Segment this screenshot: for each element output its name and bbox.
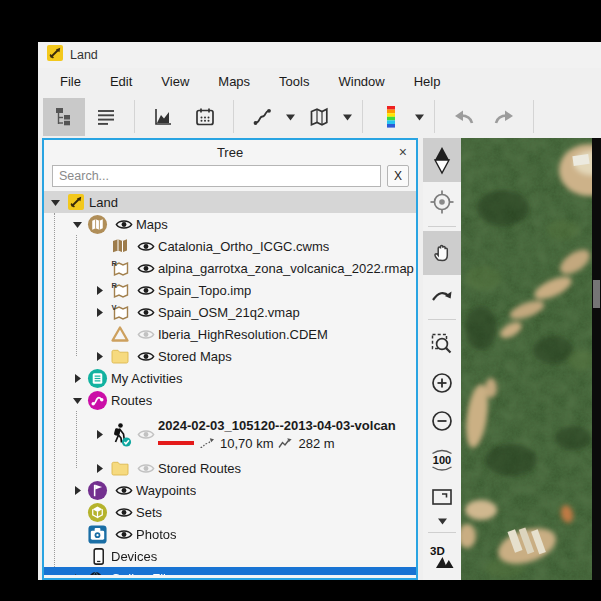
expander-icon[interactable] [92,285,106,296]
visibility-eye-icon[interactable] [133,351,158,362]
tree-item-waypoints[interactable]: Waypoints [44,479,416,501]
route-elevation: 282 m [298,436,334,451]
map-scrollbar[interactable] [592,138,601,580]
tree-item-online-files[interactable]: Online Files [44,567,416,575]
tree-item-iberia-highresolution-cdem[interactable]: Iberia_HighResolution.CDEM [44,323,416,345]
menu-window[interactable]: Window [338,74,384,89]
tree-item-stored-maps[interactable]: Stored Maps [44,345,416,367]
eye-on-icon [137,285,155,296]
visibility-eye-icon[interactable] [133,285,158,296]
expander-right-icon [94,429,105,440]
eye-on-icon [115,219,133,230]
tree-panel-header[interactable]: Tree × [44,140,416,164]
svg-text:V: V [111,303,116,312]
expander-icon[interactable] [70,219,84,230]
tree-item-label: Catalonia_Ortho_ICGC.cwms [158,239,329,254]
visibility-eye-icon[interactable] [111,219,136,230]
expander-icon[interactable] [70,573,84,576]
more-right-button[interactable] [423,577,461,580]
menu-tools[interactable]: Tools [279,74,309,89]
visibility-eye-icon[interactable] [133,263,158,274]
expander-icon[interactable] [70,395,84,406]
route-title: 2024-02-03_105120--2013-04-03-volcan [158,418,416,433]
data-list-button[interactable] [85,98,127,136]
visibility-eye-icon[interactable] [133,307,158,318]
expander-right-icon [72,485,83,496]
expander-icon[interactable] [70,485,84,496]
north-indicator-button[interactable] [423,138,461,182]
map-tool-button[interactable] [298,98,340,136]
expander-icon[interactable] [92,307,106,318]
satellite-map-image [461,138,601,580]
pan-hand-button[interactable] [423,231,461,275]
rotate-view-button[interactable] [423,275,461,315]
forward-arrow-button[interactable] [484,98,526,136]
tree-item-spain-topo-imp[interactable]: RSpain_Topo.imp [44,279,416,301]
tree-item-label: Online Files [111,571,180,576]
tree-item-land[interactable]: Land [44,191,416,213]
tree-item-spain-osm-21q2-vmap[interactable]: VSpain_OSM_21q2.vmap [44,301,416,323]
tree-item-sets[interactable]: Sets [44,501,416,523]
expander-icon[interactable] [70,373,84,384]
caret-down-button[interactable] [423,514,461,528]
track-color-button[interactable] [370,98,412,136]
visibility-eye-icon[interactable] [111,529,136,540]
tree-item-catalonia-ortho-icgc-cwms[interactable]: Catalonia_Ortho_ICGC.cwms [44,235,416,257]
visibility-eye-icon[interactable] [111,507,136,518]
expander-icon[interactable] [48,197,62,208]
map-viewport[interactable] [461,138,601,580]
title-bar[interactable]: Land [38,42,601,68]
visibility-eye-icon[interactable] [133,241,158,252]
track-color-icon [384,105,398,129]
back-arrow-button[interactable] [442,98,484,136]
tree-item-photos[interactable]: Photos [44,523,416,545]
main-toolbar [38,95,601,138]
tree-item-routes[interactable]: Routes [44,389,416,411]
track-tool-icon [251,106,273,128]
expander-icon[interactable] [92,351,106,362]
expander-right-icon [94,351,105,362]
menu-view[interactable]: View [161,74,189,89]
visibility-eye-icon[interactable] [133,463,158,474]
map-tool-dropdown-button[interactable] [340,112,355,122]
map-scrollbar-thumb[interactable] [593,280,600,308]
statistics-graph-button[interactable] [142,98,184,136]
track-color-dropdown-button[interactable] [412,112,427,122]
zoom-out-icon [430,409,454,433]
menu-file[interactable]: File [60,74,81,89]
toolbar-separator [434,100,435,133]
expander-icon[interactable] [92,429,106,440]
gps-position-button[interactable] [423,182,461,222]
zoom-window-button[interactable] [423,324,461,364]
tree-item-maps[interactable]: Maps [44,213,416,235]
tree-item-alpina-garrotxa-zona-volcanica-2022-rmap[interactable]: Ralpina_garrotxa_zona_volcanica_2022.rma… [44,257,416,279]
zoom-out-button[interactable] [423,402,461,440]
distance-mode-icon [199,437,215,449]
calendar-button[interactable] [184,98,226,136]
expander-icon[interactable] [92,463,106,474]
view-3d-button[interactable]: 3D [423,537,461,577]
tree-item-stored-routes[interactable]: Stored Routes [44,457,416,479]
track-tool-dropdown-button[interactable] [283,112,298,122]
zoom-100-button[interactable]: 100 [423,440,461,480]
menu-help[interactable]: Help [414,74,441,89]
tree-item-devices[interactable]: Devices [44,545,416,567]
search-clear-button[interactable]: X [387,165,409,187]
zoom-in-button[interactable] [423,364,461,402]
eye-on-icon [115,529,133,540]
visibility-eye-icon[interactable] [133,429,158,440]
fit-view-button[interactable] [423,480,461,514]
tree-view-button[interactable] [43,98,85,136]
eye-off-icon [137,463,155,474]
menu-maps[interactable]: Maps [218,74,250,89]
tree-item-my-activities[interactable]: My Activities [44,367,416,389]
close-icon[interactable]: × [399,142,407,162]
track-tool-button[interactable] [241,98,283,136]
visibility-eye-icon[interactable] [133,329,158,340]
tree-item-label: Photos [136,527,176,542]
search-input[interactable] [52,165,381,187]
menu-edit[interactable]: Edit [110,74,132,89]
caret-down-icon [414,112,425,122]
visibility-eye-icon[interactable] [111,485,136,496]
tree-item-2024-02-03-105120-2013-04-03-volcan[interactable]: 2024-02-03_105120--2013-04-03-volcan10,7… [44,411,416,457]
